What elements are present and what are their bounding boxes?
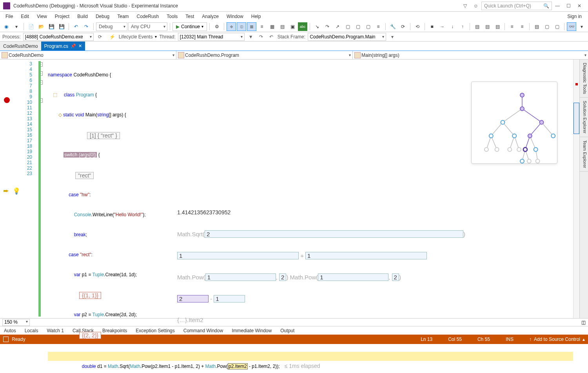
svg-line-2 (522, 109, 542, 122)
pin-icon[interactable]: 📌 (71, 43, 76, 49)
notification-funnel-icon[interactable]: ▽ (460, 2, 470, 10)
tb-edit-1[interactable]: ▤ (472, 22, 482, 31)
tab-close-icon[interactable]: ✕ (78, 43, 82, 49)
config-combo[interactable]: Debug (96, 22, 127, 31)
side-tab-team[interactable]: Team Explorer (580, 137, 588, 172)
db-icon-2[interactable]: ⚡ (109, 33, 116, 41)
menu-debug[interactable]: Debug (92, 13, 113, 20)
tb-cmt-2[interactable]: ▢ (542, 22, 552, 31)
menu-help[interactable]: Help (247, 13, 265, 20)
code-editor[interactable]: namespace CodeRushDemo { ⬚ class Program… (48, 60, 573, 318)
menu-test[interactable]: Test (181, 13, 198, 20)
stack-combo[interactable]: CodeRushDemo.Program.Main (308, 33, 386, 41)
nav-project-combo[interactable]: CodeRushDemo (0, 51, 176, 59)
thread-combo[interactable]: [12032] Main Thread (178, 33, 245, 41)
tb-opt-1[interactable]: ⎆ (227, 22, 236, 31)
step-into-icon[interactable]: ↘ (312, 22, 322, 31)
svg-point-18 (501, 120, 505, 124)
menu-coderush[interactable]: CodeRush (133, 13, 163, 20)
tb-opt-2[interactable]: ⎅ (237, 22, 246, 31)
minimize-button[interactable]: — (553, 2, 562, 10)
tb-text-2[interactable]: ≡ (517, 22, 527, 31)
tb-run-2[interactable]: ↓ (448, 22, 457, 31)
menu-tools[interactable]: Tools (163, 13, 181, 20)
back-button[interactable]: ◉ (2, 22, 11, 31)
tb-run-3[interactable]: ↑ (458, 22, 467, 31)
tb-cmt-3[interactable]: ▢ (552, 22, 562, 31)
maximize-button[interactable]: ☐ (564, 2, 573, 10)
db-icon-3[interactable]: ↷ (257, 33, 265, 41)
new-project-icon[interactable]: 📄 (26, 22, 36, 31)
split-icon[interactable]: ◫ (581, 320, 586, 325)
tb-dbg-5[interactable]: ▢ (353, 22, 363, 31)
open-icon[interactable]: 📂 (36, 22, 46, 31)
tab-autos[interactable]: Autos (2, 327, 18, 334)
scroll-map[interactable] (573, 60, 579, 318)
menu-edit[interactable]: Edit (17, 13, 33, 20)
db-icon-4[interactable]: ↶ (267, 33, 275, 41)
menu-file[interactable]: File (2, 13, 17, 20)
tb-misc-1[interactable]: 🔧 (388, 22, 397, 31)
quick-launch-placeholder: Quick Launch (Ctrl+Q) (484, 3, 531, 9)
step-out-icon[interactable]: ↗ (333, 22, 342, 31)
tb-opt-6[interactable]: ▤ (278, 22, 287, 31)
side-tab-solution[interactable]: Solution Explorer (580, 98, 588, 137)
tb-edit-2[interactable]: ▤ (483, 22, 492, 31)
menu-team[interactable]: Team (113, 13, 132, 20)
tb-opt-5[interactable]: ▦ (267, 22, 277, 31)
tb-dbg-7[interactable]: ≡ (374, 22, 383, 31)
sign-in-link[interactable]: Sign in (567, 14, 586, 19)
tb-run-1[interactable]: → (437, 22, 447, 31)
platform-combo[interactable]: Any CPU (128, 22, 167, 31)
close-button[interactable]: ✕ (575, 2, 584, 10)
feedback-icon[interactable]: ☺ (471, 2, 481, 10)
tb-misc-2[interactable]: ⟳ (398, 22, 408, 31)
tb-icon-1[interactable]: ⚙ (212, 22, 221, 31)
nav-class-combo[interactable]: CodeRushDemo.Program (176, 51, 353, 59)
side-tab-diagnostic[interactable]: Diagnostic Tools (580, 60, 588, 98)
stack-label: Stack Frame: (278, 34, 305, 40)
fold-gutter[interactable]: − − − − (38, 60, 48, 318)
db-icon-1[interactable]: ⟳ (96, 33, 104, 41)
save-icon[interactable]: 💾 (47, 22, 56, 31)
gutter[interactable]: ➨ (0, 60, 14, 318)
tb-lens-icon[interactable]: 👓 (567, 22, 576, 31)
restart-icon[interactable]: ⟲ (413, 22, 422, 31)
tab-program[interactable]: Program.cs 📌 ✕ (41, 42, 85, 51)
step-over-icon[interactable]: ↷ (323, 22, 332, 31)
menu-window[interactable]: Window (223, 13, 247, 20)
chevron-up-icon[interactable]: ▴ (583, 337, 585, 342)
tb-edit-3[interactable]: ▤ (493, 22, 502, 31)
menu-project[interactable]: Project (51, 13, 73, 20)
stop-icon[interactable]: ■ (427, 22, 437, 31)
scroll-viewport-marker[interactable] (573, 103, 579, 134)
zoom-combo[interactable]: 150 % (2, 319, 30, 326)
tb-dbg-6[interactable]: ▢ (363, 22, 373, 31)
menu-build[interactable]: Build (73, 13, 92, 20)
lightbulb-icon[interactable]: 💡 (13, 187, 20, 195)
tb-opt-3[interactable]: ≣ (247, 22, 256, 31)
undo-icon[interactable]: ↶ (71, 22, 81, 31)
tab-locals[interactable]: Locals (23, 327, 40, 334)
db-filter-icon[interactable]: ▼ (247, 33, 255, 41)
tb-text-1[interactable]: ≡ (507, 22, 517, 31)
tb-opt-4[interactable]: ≡ (257, 22, 267, 31)
redo-icon[interactable]: ↷ (82, 22, 91, 31)
nav-member-combo[interactable]: Main(string[] args) (353, 51, 588, 59)
process-combo[interactable]: [4888] CodeRushDemo.exe (23, 33, 94, 41)
svg-point-24 (485, 148, 488, 152)
tb-dbg-4[interactable]: ▢ (343, 22, 352, 31)
menu-view[interactable]: View (33, 13, 51, 20)
tb-opt-8[interactable]: abc (298, 22, 307, 31)
tab-project[interactable]: CodeRushDemo (0, 42, 41, 51)
breakpoint-icon[interactable] (4, 97, 10, 103)
save-all-icon[interactable]: 💾 (57, 22, 66, 31)
tb-last[interactable]: ▾ (577, 22, 586, 31)
tb-opt-7[interactable]: ▣ (288, 22, 297, 31)
quick-launch-input[interactable]: Quick Launch (Ctrl+Q) 🔍 (481, 2, 552, 10)
tb-cmt-1[interactable]: ▤ (532, 22, 541, 31)
continue-button[interactable]: ▶ Continue ▾ (172, 22, 207, 31)
forward-button[interactable]: ▾ (12, 22, 21, 31)
db-icon-5[interactable]: ▾ (388, 33, 396, 41)
menu-analyze[interactable]: Analyze (198, 13, 223, 20)
